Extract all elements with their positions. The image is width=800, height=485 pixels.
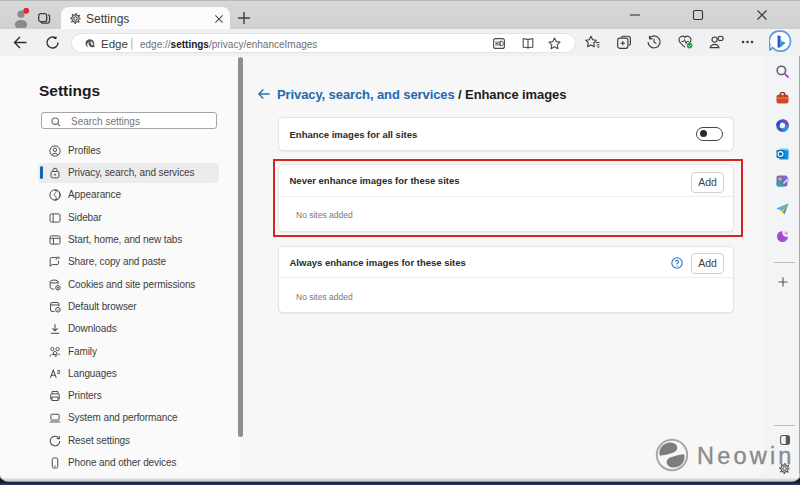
svg-text:Neowin: Neowin	[697, 443, 795, 469]
